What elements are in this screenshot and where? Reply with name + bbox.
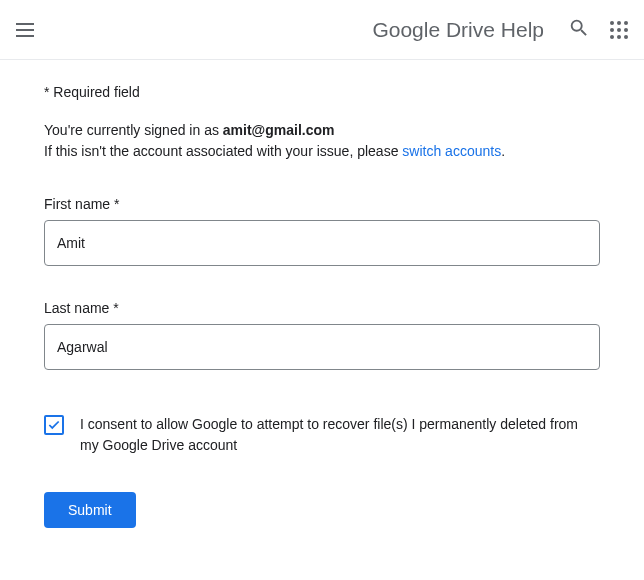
signin-period: .: [501, 143, 505, 159]
form-content: * Required field You're currently signed…: [0, 60, 644, 552]
app-header: Google Drive Help: [0, 0, 644, 60]
switch-accounts-link[interactable]: switch accounts: [402, 143, 501, 159]
apps-icon[interactable]: [610, 21, 628, 39]
consent-label: I consent to allow Google to attempt to …: [80, 414, 600, 456]
consent-row: I consent to allow Google to attempt to …: [44, 414, 600, 456]
last-name-group: Last name *: [44, 300, 600, 370]
signin-email: amit@gmail.com: [223, 122, 335, 138]
last-name-label: Last name *: [44, 300, 600, 316]
menu-icon[interactable]: [16, 18, 40, 42]
submit-button[interactable]: Submit: [44, 492, 136, 528]
required-field-note: * Required field: [44, 84, 600, 100]
search-icon[interactable]: [568, 17, 590, 43]
first-name-field[interactable]: [44, 220, 600, 266]
page-title: Google Drive Help: [372, 18, 544, 42]
first-name-group: First name *: [44, 196, 600, 266]
last-name-field[interactable]: [44, 324, 600, 370]
first-name-label: First name *: [44, 196, 600, 212]
signin-prefix: You're currently signed in as: [44, 122, 223, 138]
consent-checkbox[interactable]: [44, 415, 64, 435]
signin-wrong-account: If this isn't the account associated wit…: [44, 143, 402, 159]
signin-status: You're currently signed in as amit@gmail…: [44, 120, 600, 162]
